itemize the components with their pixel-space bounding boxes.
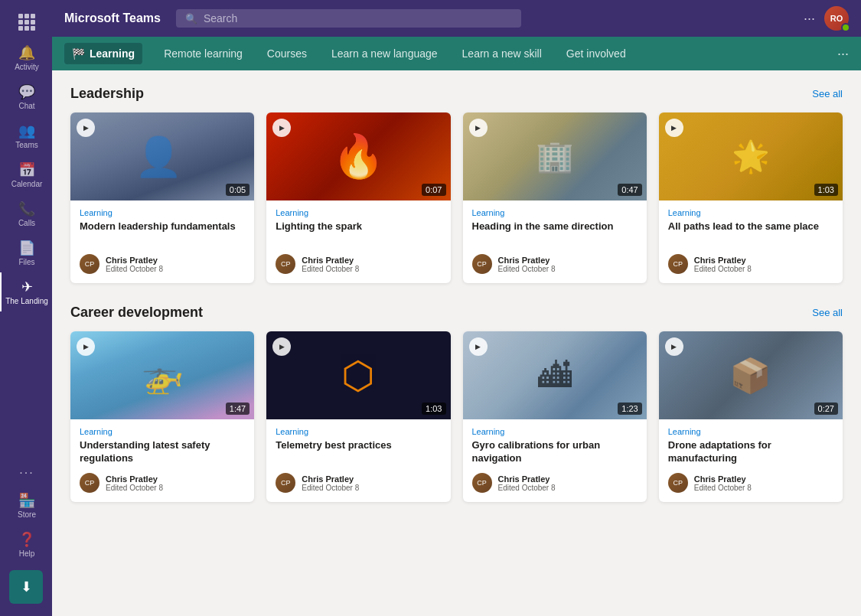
activity-icon: 🔔 <box>18 44 35 61</box>
card-tag: Learning <box>80 208 245 217</box>
play-button[interactable]: ▶ <box>665 119 683 137</box>
sidebar-item-files[interactable]: 📄 Files <box>0 233 52 272</box>
nav-item-learn-language[interactable]: Learn a new language <box>319 37 450 70</box>
play-button[interactable]: ▶ <box>469 119 488 137</box>
author-avatar: CP <box>276 473 295 493</box>
leadership-cards-grid: 👤 ▶ 0:05 Learning Modern leadership fund… <box>70 112 843 283</box>
sidebar-item-label: Calendar <box>11 180 43 188</box>
app-nav-logo[interactable]: 🏁 Learning <box>64 43 142 64</box>
author-name: Chris Pratley <box>498 474 556 484</box>
play-button[interactable]: ▶ <box>469 337 488 356</box>
author-info: Chris Pratley Edited October 8 <box>498 256 556 273</box>
search-bar[interactable]: 🔍 <box>176 9 522 28</box>
nav-item-get-involved[interactable]: Get involved <box>554 37 638 70</box>
card-title: Modern leadership fundamentals <box>80 220 245 246</box>
nav-item-courses[interactable]: Courses <box>255 37 319 70</box>
card-title: Heading in the same direction <box>472 220 638 246</box>
sidebar-item-teams[interactable]: 👥 Teams <box>0 116 52 155</box>
author-avatar: CP <box>276 254 295 274</box>
card-body: Learning Telemetry best practices CP Chr… <box>266 419 450 502</box>
search-input[interactable] <box>204 12 513 24</box>
author-name: Chris Pratley <box>302 256 359 265</box>
sidebar-dots[interactable]: ··· <box>0 460 52 486</box>
author-edited: Edited October 8 <box>302 484 359 492</box>
card-title: Telemetry best practices <box>276 439 441 465</box>
sidebar-item-apps[interactable] <box>0 6 52 38</box>
nav-label: Get involved <box>566 47 626 60</box>
sidebar-item-landing[interactable]: ✈ The Landing <box>0 272 52 311</box>
author-avatar: CP <box>668 254 688 274</box>
duration-badge: 0:07 <box>422 184 445 196</box>
author-name: Chris Pratley <box>106 256 163 265</box>
card-author: CP Chris Pratley Edited October 8 <box>668 473 833 493</box>
card-tag: Learning <box>276 427 441 436</box>
sidebar-item-calls[interactable]: 📞 Calls <box>0 194 52 233</box>
see-all-career[interactable]: See all <box>812 307 843 318</box>
content-card[interactable]: 🏙 ▶ 1:23 Learning Gyro calibrations for … <box>463 331 647 502</box>
see-all-leadership[interactable]: See all <box>812 88 843 99</box>
card-tag: Learning <box>668 208 833 217</box>
duration-badge: 0:05 <box>226 184 249 196</box>
duration-badge: 0:47 <box>618 184 641 196</box>
card-title: Drone adaptations for manufacturing <box>668 439 833 465</box>
card-thumbnail: 🏢 ▶ 0:47 <box>463 112 647 200</box>
career-cards-grid: 🚁 ▶ 1:47 Learning Understanding latest s… <box>70 331 843 502</box>
content-card[interactable]: ⬡ ▶ 1:03 Learning Telemetry best practic… <box>266 331 450 502</box>
author-edited: Edited October 8 <box>106 265 163 273</box>
author-name: Chris Pratley <box>694 256 752 265</box>
card-tag: Learning <box>668 427 833 436</box>
author-info: Chris Pratley Edited October 8 <box>694 474 752 492</box>
content-card[interactable]: 🔥 ▶ 0:07 Learning Lighting the spark CP … <box>266 112 450 283</box>
play-button[interactable]: ▶ <box>77 337 95 356</box>
sidebar-item-label: Chat <box>18 102 34 110</box>
play-button[interactable]: ▶ <box>665 337 683 356</box>
sidebar-item-label: Activity <box>15 63 39 71</box>
content-card[interactable]: 📦 ▶ 0:27 Learning Drone adaptations for … <box>659 331 843 502</box>
nav-item-learn-skill[interactable]: Learn a new skill <box>450 37 554 70</box>
nav-label: Learn a new skill <box>462 47 542 60</box>
section-header: Career development See all <box>70 305 843 321</box>
card-author: CP Chris Pratley Edited October 8 <box>472 473 638 493</box>
card-tag: Learning <box>472 427 638 436</box>
author-avatar: CP <box>472 473 492 493</box>
download-button[interactable]: ⬇ <box>9 570 43 604</box>
card-author: CP Chris Pratley Edited October 8 <box>276 254 441 274</box>
play-button[interactable]: ▶ <box>77 119 95 137</box>
author-name: Chris Pratley <box>302 474 359 484</box>
card-body: Learning Modern leadership fundamentals … <box>70 200 254 283</box>
card-tag: Learning <box>276 208 441 217</box>
content-card[interactable]: 🏢 ▶ 0:47 Learning Heading in the same di… <box>463 112 647 283</box>
app-nav-more[interactable]: ··· <box>837 46 849 62</box>
author-edited: Edited October 8 <box>106 484 163 492</box>
help-icon: ❓ <box>18 531 35 548</box>
card-body: Learning Understanding latest safety reg… <box>70 419 254 502</box>
duration-badge: 0:27 <box>814 403 838 415</box>
teams-icon: 👥 <box>18 122 35 139</box>
content-card[interactable]: 🚁 ▶ 1:47 Learning Understanding latest s… <box>70 331 254 502</box>
calendar-icon: 📅 <box>18 161 35 178</box>
section-title: Career development <box>70 305 203 321</box>
grid-icon <box>18 14 35 31</box>
sidebar-item-calendar[interactable]: 📅 Calendar <box>0 155 52 194</box>
content-card[interactable]: 🌟 ▶ 1:03 Learning All paths lead to the … <box>659 112 843 283</box>
nav-label: Learn a new language <box>331 47 438 60</box>
card-thumbnail: 👤 ▶ 0:05 <box>70 112 254 200</box>
sidebar-item-label: Calls <box>18 219 35 227</box>
calls-icon: 📞 <box>18 200 35 217</box>
sidebar-item-activity[interactable]: 🔔 Activity <box>0 38 52 77</box>
store-icon: 🏪 <box>18 492 35 509</box>
user-avatar[interactable]: RO <box>824 6 849 31</box>
content-card[interactable]: 👤 ▶ 0:05 Learning Modern leadership fund… <box>70 112 254 283</box>
search-icon: 🔍 <box>185 13 197 24</box>
sidebar-item-label: Help <box>19 549 35 558</box>
nav-item-remote-learning[interactable]: Remote learning <box>152 37 255 70</box>
sidebar-item-label: Files <box>18 258 34 266</box>
sidebar-item-store[interactable]: 🏪 Store <box>0 486 52 525</box>
sidebar-item-chat[interactable]: 💬 Chat <box>0 77 52 116</box>
author-edited: Edited October 8 <box>498 265 556 273</box>
more-options-button[interactable]: ··· <box>801 8 818 30</box>
sidebar-item-help[interactable]: ❓ Help <box>0 525 52 564</box>
card-thumbnail: 🌟 ▶ 1:03 <box>659 112 843 200</box>
author-name: Chris Pratley <box>694 474 752 484</box>
author-edited: Edited October 8 <box>498 484 556 492</box>
